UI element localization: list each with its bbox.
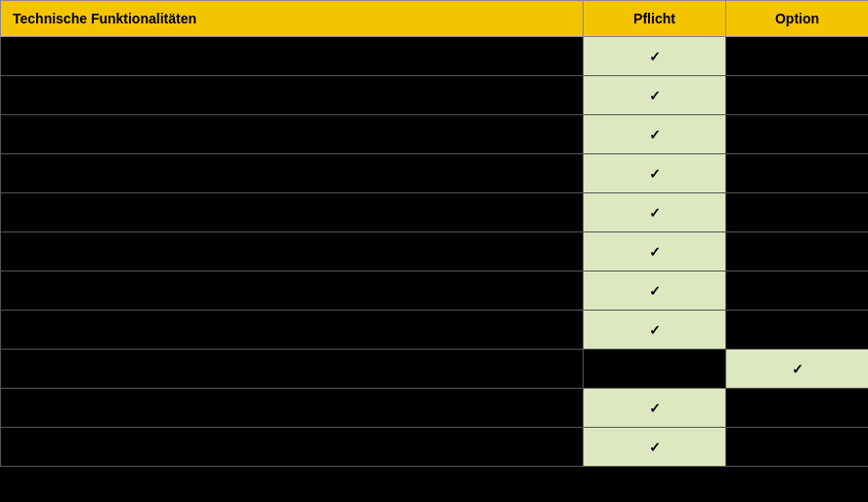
main-cell [1, 428, 584, 467]
table-row: ✓ [1, 115, 869, 154]
main-cell [1, 350, 584, 389]
pflicht-cell: ✓ [584, 76, 726, 115]
check-mark-icon: ✓ [649, 205, 661, 221]
option-cell [726, 311, 869, 350]
check-mark-icon: ✓ [649, 322, 661, 338]
pflicht-cell: ✓ [584, 115, 726, 154]
check-mark-icon: ✓ [649, 244, 661, 260]
main-cell [1, 76, 584, 115]
pflicht-cell: ✓ [584, 311, 726, 350]
check-mark-icon: ✓ [649, 88, 661, 104]
table-row: ✓ [1, 232, 869, 272]
main-cell [1, 272, 584, 311]
pflicht-cell: ✓ [584, 428, 726, 467]
header-row: Technische Funktionalitäten Pflicht Opti… [1, 1, 869, 37]
pflicht-cell: ✓ [584, 154, 726, 193]
main-cell [1, 311, 584, 350]
check-mark-icon: ✓ [792, 361, 803, 377]
option-cell [726, 154, 869, 193]
main-cell [1, 232, 584, 272]
option-cell [726, 76, 869, 115]
table-row: ✓ [1, 389, 869, 428]
col-pflicht-header: Pflicht [584, 1, 726, 37]
check-mark-icon: ✓ [649, 166, 661, 182]
table-row: ✓ [1, 350, 869, 389]
option-cell [726, 428, 869, 467]
table-row: ✓ [1, 272, 869, 311]
col-main-header: Technische Funktionalitäten [1, 1, 584, 37]
main-cell [1, 389, 584, 428]
option-cell [726, 193, 869, 232]
pflicht-cell: ✓ [584, 232, 726, 272]
pflicht-cell: ✓ [584, 272, 726, 311]
main-cell [1, 115, 584, 154]
table-wrapper: Technische Funktionalitäten Pflicht Opti… [0, 0, 868, 467]
pflicht-cell: ✓ [584, 193, 726, 232]
table-row: ✓ [1, 76, 869, 115]
check-mark-icon: ✓ [649, 400, 661, 416]
main-table: Technische Funktionalitäten Pflicht Opti… [0, 0, 868, 467]
option-cell [726, 232, 869, 272]
check-mark-icon: ✓ [649, 283, 661, 299]
pflicht-cell: ✓ [584, 389, 726, 428]
check-mark-icon: ✓ [649, 49, 661, 64]
main-cell [1, 193, 584, 232]
table-row: ✓ [1, 428, 869, 467]
option-cell [726, 115, 869, 154]
pflicht-cell: ✓ [584, 37, 726, 76]
option-cell: ✓ [726, 350, 869, 389]
table-row: ✓ [1, 311, 869, 350]
option-cell [726, 389, 869, 428]
table-row: ✓ [1, 193, 869, 232]
option-cell [726, 37, 869, 76]
table-row: ✓ [1, 154, 869, 193]
pflicht-cell [584, 350, 726, 389]
check-mark-icon: ✓ [649, 127, 661, 143]
check-mark-icon: ✓ [649, 439, 661, 455]
main-cell [1, 37, 584, 76]
option-cell [726, 272, 869, 311]
col-option-header: Option [726, 1, 869, 37]
main-cell [1, 154, 584, 193]
table-row: ✓ [1, 37, 869, 76]
